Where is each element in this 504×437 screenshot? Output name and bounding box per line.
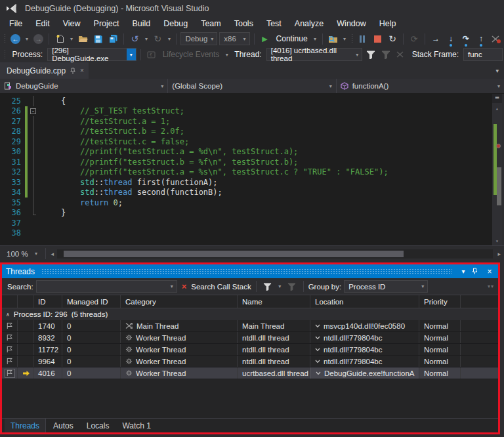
flag-icon[interactable] (5, 357, 15, 366)
code-line[interactable]: 27//testStruct.a = 1; (0, 116, 504, 127)
collapse-group-icon[interactable]: ∧ (6, 312, 10, 318)
project-scope-combo[interactable]: DebugGuide ▾ (0, 79, 168, 93)
thread-location-cell[interactable]: ntdll.dll!779804bc (310, 356, 419, 367)
code-line[interactable]: 38 (0, 228, 504, 239)
menu-file[interactable]: File (3, 17, 29, 30)
thread-flag-cell[interactable] (2, 367, 18, 379)
splitter-handle[interactable]: ═ (492, 94, 502, 103)
close-icon[interactable]: × (485, 267, 494, 276)
flag-threads-filter-button[interactable] (364, 48, 377, 61)
lifecycle-dropdown[interactable]: ▾ (224, 52, 230, 58)
code-line[interactable]: 34std::thread second(functionB); (0, 188, 504, 198)
column-header-priority[interactable]: Priority (419, 295, 461, 308)
collapse-box-icon[interactable]: - (30, 108, 36, 114)
toggle-current-thread-button[interactable] (394, 48, 408, 61)
column-header-id[interactable]: ID (33, 295, 62, 308)
thread-combo[interactable]: [4016] ucrtbased.dll thread ▾ (266, 48, 362, 61)
menu-edit[interactable]: Edit (29, 17, 56, 30)
vertical-scrollbar[interactable]: ═ ▴ ▾ (492, 94, 502, 245)
menu-team[interactable]: Team (194, 17, 228, 30)
fold-margin[interactable]: - (29, 106, 39, 117)
redo-dropdown[interactable]: ▾ (166, 36, 172, 42)
undo-button[interactable]: ↺ (128, 32, 141, 45)
pin-icon[interactable] (70, 68, 75, 74)
step-over-button[interactable]: ↷ (459, 32, 472, 45)
close-tab-icon[interactable]: × (80, 67, 84, 74)
thread-location-cell[interactable]: ntdll.dll!779804bc (310, 332, 419, 343)
step-out-button[interactable]: ↑ (474, 32, 488, 45)
menu-build[interactable]: Build (125, 17, 157, 30)
flag-icon[interactable] (5, 333, 15, 343)
thread-location-cell[interactable]: DebugGuide.exe!functionA (310, 367, 419, 379)
thread-location-cell[interactable]: ntdll.dll!779804bc (310, 344, 419, 355)
menu-view[interactable]: View (56, 17, 87, 30)
tool-tab-autos[interactable]: Autos (47, 419, 79, 432)
thread-row[interactable]: 117720Worker Threadntdll.dll threadntdll… (2, 344, 498, 356)
tool-tab-threads[interactable]: Threads (5, 419, 46, 432)
type-scope-combo[interactable]: (Global Scope) ▾ (168, 79, 336, 93)
show-threads-in-source-button[interactable] (490, 32, 503, 45)
code-line[interactable]: 35return 0; (0, 198, 504, 208)
thread-row[interactable]: 89320Worker Threadntdll.dll threadntdll.… (2, 332, 498, 344)
group-by-combo[interactable]: Process ID ▾ (344, 280, 428, 293)
column-header-category[interactable]: Category (121, 295, 238, 308)
flag-icon[interactable] (5, 322, 15, 331)
clear-search-icon[interactable]: × (180, 281, 189, 291)
new-file-button[interactable] (53, 32, 66, 45)
window-position-dropdown-icon[interactable]: ▾ (459, 268, 468, 275)
code-line[interactable]: 29//testStruct.c = false; (0, 136, 504, 147)
scroll-left-icon[interactable]: ◂ (48, 251, 58, 257)
column-header-location[interactable]: Location (310, 295, 419, 308)
restart-button[interactable]: ↻ (386, 32, 399, 45)
tool-tab-watch-1[interactable]: Watch 1 (116, 419, 157, 432)
search-input[interactable]: ▾ (36, 280, 177, 293)
save-button[interactable] (91, 32, 104, 45)
thread-row[interactable]: 99640Worker Threadntdll.dll threadntdll.… (2, 356, 498, 367)
show-next-statement-button[interactable]: ⟳ (408, 32, 421, 45)
expand-chevron-icon[interactable] (315, 360, 320, 364)
code-line[interactable]: 25{ (0, 96, 504, 106)
menu-window[interactable]: Window (330, 17, 372, 30)
vertical-scroll-thumb[interactable] (497, 167, 501, 205)
menu-analyze[interactable]: Analyze (288, 17, 330, 30)
code-line[interactable]: 33std::thread first(functionA); (0, 177, 504, 188)
open-file-button[interactable] (76, 32, 89, 45)
step-into-button[interactable]: ↓ (444, 32, 457, 45)
toolbar-grip[interactable] (351, 33, 352, 44)
thread-flag-cell[interactable] (2, 356, 18, 367)
toolbar-overflow-icon[interactable]: ▾▾ (488, 283, 494, 289)
pin-icon[interactable] (472, 268, 481, 275)
thread-flag-cell[interactable] (2, 344, 18, 355)
code-line[interactable]: 32//printf("testStruct.a = %s\n", testSt… (0, 167, 504, 178)
continue-play-icon[interactable]: ▶ (259, 32, 272, 45)
thread-row[interactable]: 40160Worker Threaducrtbased.dll threadDe… (2, 367, 498, 379)
header-flag-column[interactable] (2, 295, 18, 308)
scroll-down-icon[interactable]: ▾ (492, 238, 502, 244)
continue-dropdown[interactable]: ▾ (312, 36, 318, 42)
menu-tools[interactable]: Tools (228, 17, 260, 30)
process-group-row[interactable]: ∧ Process ID: 296 (5 threads) (2, 308, 498, 320)
expand-chevron-icon[interactable] (315, 336, 320, 340)
flag-icon[interactable] (5, 345, 15, 354)
thread-location-cell[interactable]: msvcp140d.dll!0fec0580 (310, 320, 419, 331)
code-line[interactable]: 37 (0, 218, 504, 228)
column-header-name[interactable]: Name (238, 295, 310, 308)
horizontal-scrollbar[interactable] (57, 249, 493, 259)
menu-project[interactable]: Project (87, 17, 126, 30)
solution-platform-combo[interactable]: x86 ▾ (219, 32, 249, 45)
attach-to-process-button[interactable] (327, 32, 340, 45)
menu-test[interactable]: Test (260, 17, 288, 30)
menu-debug[interactable]: Debug (157, 17, 194, 30)
flagged-only-filter-button[interactable] (379, 48, 392, 61)
undo-dropdown[interactable]: ▾ (143, 36, 149, 42)
expand-chevron-icon[interactable] (315, 324, 320, 328)
redo-button[interactable]: ↻ (151, 32, 164, 45)
solution-configuration-combo[interactable]: Debug ▾ (180, 32, 217, 45)
scroll-up-icon[interactable]: ▴ (492, 106, 502, 112)
document-tab-debugguide-cpp[interactable]: DebugGuide.cpp × (0, 62, 89, 79)
stop-debugging-button[interactable] (371, 32, 384, 45)
header-current-column[interactable] (18, 295, 33, 308)
search-call-stack-button[interactable]: Search Call Stack (191, 283, 251, 291)
thread-flag-cell[interactable] (2, 320, 18, 331)
zoom-combo[interactable]: 100 % ▾ (0, 250, 43, 258)
